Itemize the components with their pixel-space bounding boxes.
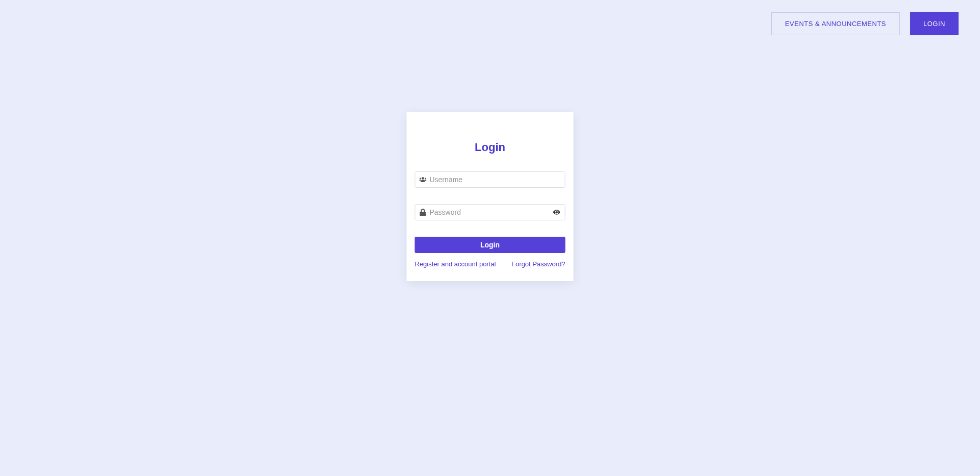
login-title: Login bbox=[415, 141, 566, 154]
events-announcements-button[interactable]: EVENTS & ANNOUNCEMENTS bbox=[771, 12, 900, 35]
password-input-group bbox=[415, 204, 566, 220]
register-link[interactable]: Register and account portal bbox=[415, 260, 496, 268]
login-submit-button[interactable]: Login bbox=[415, 237, 566, 253]
login-links-row: Register and account portal Forgot Passw… bbox=[415, 260, 566, 268]
forgot-password-link[interactable]: Forgot Password? bbox=[511, 260, 566, 268]
username-input-group bbox=[415, 171, 566, 188]
username-input[interactable] bbox=[415, 171, 566, 188]
users-icon bbox=[420, 176, 427, 183]
nav-login-button[interactable]: LOGIN bbox=[910, 12, 959, 35]
password-input[interactable] bbox=[415, 204, 566, 220]
top-nav: EVENTS & ANNOUNCEMENTS LOGIN bbox=[771, 12, 959, 35]
eye-icon[interactable] bbox=[553, 209, 560, 216]
login-card: Login Login Register and account portal … bbox=[407, 112, 574, 281]
lock-icon bbox=[420, 209, 427, 216]
